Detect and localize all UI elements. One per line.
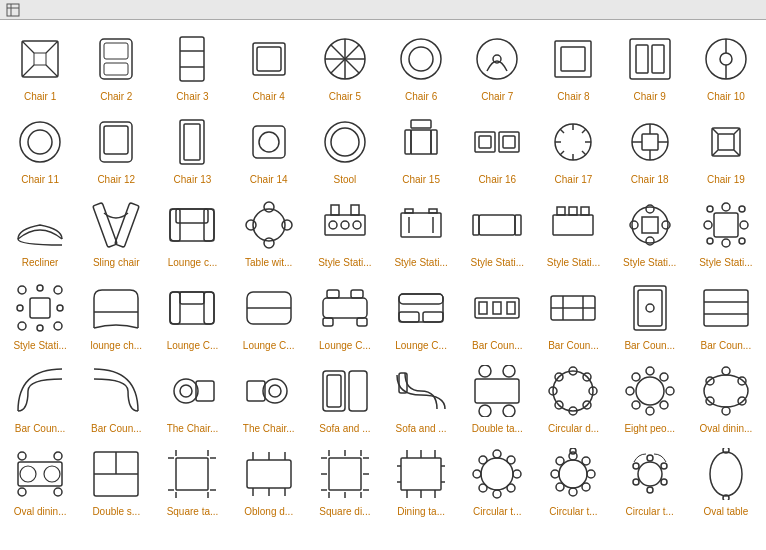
list-item[interactable]: Chair 14 [231, 107, 307, 188]
list-item[interactable]: Chair 15 [383, 107, 459, 188]
list-item[interactable]: Oval dinin... [2, 439, 78, 520]
item-label: Lounge C... [167, 340, 219, 351]
list-item[interactable]: Style Stati... [383, 190, 459, 271]
list-item[interactable]: Lounge C... [383, 273, 459, 354]
circulart3-icon [620, 444, 680, 504]
list-item[interactable]: Chair 9 [612, 24, 688, 105]
list-item[interactable]: Style Stati... [688, 190, 764, 271]
list-item[interactable]: Style Stati... [612, 190, 688, 271]
list-item[interactable]: Chair 4 [231, 24, 307, 105]
list-item[interactable]: Chair 8 [535, 24, 611, 105]
list-item[interactable]: Style Stati... [459, 190, 535, 271]
item-label: Chair 10 [707, 91, 745, 102]
table-chair-icon [6, 3, 20, 17]
list-item[interactable]: Lounge C... [307, 273, 383, 354]
list-item[interactable]: Bar Coun... [688, 273, 764, 354]
list-item[interactable]: Chair 5 [307, 24, 383, 105]
ovaltable-icon [696, 444, 756, 504]
list-item[interactable]: Chair 1 [2, 24, 78, 105]
list-item[interactable]: The Chair... [154, 356, 230, 437]
svg-line-73 [734, 150, 740, 156]
list-item[interactable]: Chair 2 [78, 24, 154, 105]
svg-point-254 [479, 456, 487, 464]
list-item[interactable]: Circular d... [535, 356, 611, 437]
list-item[interactable]: Stool [307, 107, 383, 188]
list-item[interactable]: Square di... [307, 439, 383, 520]
list-item[interactable]: Bar Coun... [535, 273, 611, 354]
list-item[interactable]: Chair 19 [688, 107, 764, 188]
list-item[interactable]: Eight peo... [612, 356, 688, 437]
svg-rect-127 [170, 292, 214, 324]
svg-point-120 [54, 286, 62, 294]
list-item[interactable]: Recliner [2, 190, 78, 271]
list-item[interactable]: Circular t... [459, 439, 535, 520]
list-item[interactable]: Bar Coun... [459, 273, 535, 354]
svg-point-121 [18, 322, 26, 330]
svg-rect-93 [429, 209, 437, 213]
ovaldining1-icon [696, 361, 756, 421]
svg-rect-130 [180, 292, 204, 304]
list-item[interactable]: Chair 13 [154, 107, 230, 188]
list-item[interactable]: Chair 16 [459, 107, 535, 188]
list-item[interactable]: Chair 17 [535, 107, 611, 188]
svg-point-202 [54, 488, 62, 496]
list-item[interactable]: Sofa and ... [383, 356, 459, 437]
svg-point-125 [17, 305, 23, 311]
list-item[interactable]: Style Stati... [307, 190, 383, 271]
list-item[interactable]: Bar Coun... [2, 356, 78, 437]
item-label: Square ta... [167, 506, 219, 517]
list-item[interactable]: Square ta... [154, 439, 230, 520]
item-label: The Chair... [243, 423, 295, 434]
list-item[interactable]: Chair 11 [2, 107, 78, 188]
item-label: Style Stati... [623, 257, 676, 268]
list-item[interactable]: Circular t... [612, 439, 688, 520]
list-item[interactable]: Chair 7 [459, 24, 535, 105]
list-item[interactable]: Chair 3 [154, 24, 230, 105]
list-item[interactable]: Dining ta... [383, 439, 459, 520]
list-item[interactable]: Chair 6 [383, 24, 459, 105]
list-item[interactable]: Oblong d... [231, 439, 307, 520]
list-item[interactable]: lounge ch... [78, 273, 154, 354]
list-item[interactable]: Lounge c... [154, 190, 230, 271]
list-item[interactable]: Lounge C... [231, 273, 307, 354]
list-item[interactable]: Style Stati... [535, 190, 611, 271]
svg-rect-38 [104, 126, 128, 154]
chair7-icon [467, 29, 527, 89]
list-item[interactable]: Bar Coun... [78, 356, 154, 437]
svg-point-117 [739, 238, 745, 244]
svg-point-80 [253, 209, 285, 241]
list-item[interactable]: Style Stati... [2, 273, 78, 354]
item-label: Lounge c... [168, 257, 217, 268]
svg-rect-49 [475, 132, 495, 152]
svg-rect-98 [515, 215, 521, 235]
list-item[interactable]: Table wit... [231, 190, 307, 271]
list-item[interactable]: Oval table [688, 439, 764, 520]
item-label: Chair 7 [481, 91, 513, 102]
svg-point-112 [722, 203, 730, 211]
list-item[interactable]: Bar Coun... [612, 273, 688, 354]
svg-rect-74 [93, 203, 117, 248]
stylestati7-icon [10, 278, 70, 338]
list-item[interactable]: Chair 10 [688, 24, 764, 105]
item-label: Dining ta... [397, 506, 445, 517]
item-label: Circular t... [473, 506, 521, 517]
list-item[interactable]: Lounge C... [154, 273, 230, 354]
list-item[interactable]: Circular t... [535, 439, 611, 520]
list-item[interactable]: Sling chair [78, 190, 154, 271]
chair16-icon [467, 112, 527, 172]
list-item[interactable]: Double ta... [459, 356, 535, 437]
list-item[interactable]: Sofa and ... [307, 356, 383, 437]
list-item[interactable]: The Chair... [231, 356, 307, 437]
list-item[interactable]: Chair 12 [78, 107, 154, 188]
barcoun3-icon [620, 278, 680, 338]
thechair1-icon [162, 361, 222, 421]
svg-rect-100 [557, 207, 565, 215]
item-label: Style Stati... [13, 340, 66, 351]
list-item[interactable]: Double s... [78, 439, 154, 520]
list-item[interactable]: Oval dinin... [688, 356, 764, 437]
svg-rect-45 [411, 120, 431, 128]
svg-point-271 [633, 463, 639, 469]
doubles-icon [86, 444, 146, 504]
list-item[interactable]: Chair 18 [612, 107, 688, 188]
item-label: Chair 1 [24, 91, 56, 102]
